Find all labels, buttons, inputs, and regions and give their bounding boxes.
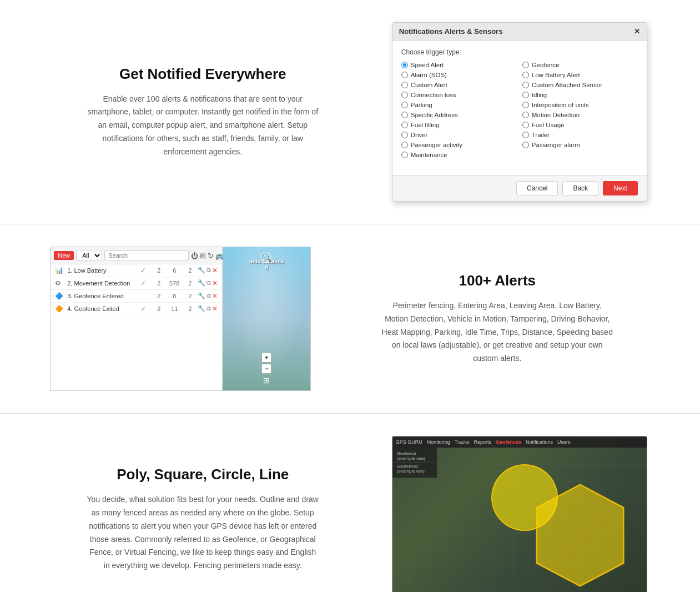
trigger-speed-alert[interactable]: Speed Alert — [401, 62, 517, 68]
delete-icon-movement[interactable]: ✕ — [212, 279, 218, 287]
geofence-description: You decide, what solution fits best for … — [86, 493, 319, 573]
copy-icon-battery[interactable]: ⧉ — [207, 267, 211, 274]
trigger-connection-loss[interactable]: Connection loss — [401, 92, 517, 98]
trigger-passenger-activity-label: Passenger activity — [411, 142, 462, 148]
trigger-alarm[interactable]: Alarm (SOS) — [401, 72, 517, 78]
copy-icon-geofence-exit[interactable]: ⧉ — [207, 305, 211, 313]
mini-map: 🔍 anta Catalinad + − ⊞ — [223, 247, 310, 390]
trigger-specific-address[interactable]: Specific Address — [401, 112, 517, 118]
radio-custom-sensor[interactable] — [522, 82, 529, 88]
alert-num-battery-1: 2 — [151, 267, 167, 274]
geo-map-toolbar: GPS GURU Monitoring Tracks Reports Geofe… — [392, 437, 647, 448]
radio-motion-detection[interactable] — [522, 112, 529, 118]
dialog-close-icon[interactable]: ✕ — [634, 27, 640, 36]
trigger-maintenance[interactable]: Maintenance — [401, 152, 517, 158]
radio-alarm[interactable] — [401, 72, 408, 78]
alert-row[interactable]: 📊 1. Low Battery ✓ 2 6 2 🔧 ⧉ ✕ — [51, 264, 222, 277]
geo-toolbar-users[interactable]: Users — [557, 439, 571, 445]
radio-low-battery[interactable] — [522, 72, 529, 78]
trigger-low-battery[interactable]: Low Battery Alert — [522, 72, 638, 78]
alert-num-geofence-exit-1: 2 — [151, 305, 167, 312]
radio-speed-alert[interactable] — [401, 62, 408, 68]
trigger-fuel-usage[interactable]: Fuel Usage — [522, 122, 638, 128]
alerts-toolbar: New All ⏻ ⊞ ↻ 🚌 🔧 ⧉ ✕ — [51, 247, 222, 264]
delete-icon-battery[interactable]: ✕ — [212, 267, 218, 274]
trigger-passenger-alarm[interactable]: Passenger alarm — [522, 142, 638, 148]
alerts-list: New All ⏻ ⊞ ↻ 🚌 🔧 ⧉ ✕ — [51, 247, 223, 390]
alert-num-movement-1: 2 — [151, 280, 167, 287]
geo-sidebar: Geofence (example one) Geofence2 (exampl… — [392, 448, 437, 478]
radio-idling[interactable] — [522, 92, 529, 98]
geo-sidebar-item-1[interactable]: Geofence (example one) — [395, 450, 435, 463]
notifications-description: Enable over 100 alerts & notifications t… — [86, 93, 319, 159]
radio-connection-loss[interactable] — [401, 92, 408, 98]
delete-icon-geofence-enter[interactable]: ✕ — [212, 292, 218, 300]
dialog-titlebar: Notifications Alerts & Sensors ✕ — [392, 23, 647, 41]
alert-num-geofence-enter-2: 8 — [167, 293, 182, 299]
cancel-button[interactable]: Cancel — [516, 181, 558, 195]
trigger-fuel-filling[interactable]: Fuel filling — [401, 122, 517, 128]
alert-icon-geofence-exit: 🔶 — [55, 305, 65, 313]
radio-trailer[interactable] — [522, 132, 529, 138]
delete-icon-geofence-exit[interactable]: ✕ — [212, 305, 218, 313]
edit-icon-battery[interactable]: 🔧 — [198, 267, 205, 274]
trigger-parking[interactable]: Parking — [401, 102, 517, 108]
trigger-interposition[interactable]: Interposition of units — [522, 102, 638, 108]
edit-icon-geofence-enter[interactable]: 🔧 — [198, 292, 205, 300]
trigger-label: Choose trigger type: — [401, 48, 638, 56]
alert-row[interactable]: 🔶 4. Geofence Exited ✓ 2 11 2 🔧 ⧉ ✕ — [51, 303, 222, 315]
radio-fuel-usage[interactable] — [522, 122, 529, 128]
new-alert-button[interactable]: New — [54, 251, 74, 260]
search-input[interactable] — [104, 250, 189, 260]
radio-custom-alert[interactable] — [401, 82, 408, 88]
copy-icon-movement[interactable]: ⧉ — [207, 279, 211, 287]
map-layers-icon[interactable]: ⊞ — [263, 376, 270, 385]
copy-icon-geofence-enter[interactable]: ⧉ — [207, 292, 211, 300]
map-search-icon[interactable]: 🔍 — [260, 252, 273, 264]
radio-specific-address[interactable] — [401, 112, 408, 118]
trigger-motion-detection[interactable]: Motion Detection — [522, 112, 638, 118]
alert-num-battery-3: 2 — [182, 267, 198, 274]
edit-icon-geofence-exit[interactable]: 🔧 — [198, 305, 205, 313]
radio-maintenance[interactable] — [401, 152, 408, 158]
trigger-geofence-label: Geofence — [532, 62, 560, 68]
filter-select[interactable]: All — [76, 250, 102, 261]
trigger-idling[interactable]: Idling — [522, 92, 638, 98]
geo-sidebar-item-2[interactable]: Geofence2 (example two) — [395, 463, 435, 475]
trigger-geofence[interactable]: Geofence — [522, 62, 638, 68]
edit-icon-movement[interactable]: 🔧 — [198, 279, 205, 287]
zoom-in-button[interactable]: + — [261, 353, 271, 363]
radio-interposition[interactable] — [522, 102, 529, 108]
alert-row[interactable]: ⚙ 2. Movement Detection ✓ 2 578 2 🔧 ⧉ ✕ — [51, 277, 222, 290]
trigger-passenger-activity[interactable]: Passenger activity — [401, 142, 517, 148]
grid-icon[interactable]: ⊞ — [200, 252, 206, 260]
trigger-trailer[interactable]: Trailer — [522, 132, 638, 138]
radio-geofence[interactable] — [522, 62, 529, 68]
radio-driver[interactable] — [401, 132, 408, 138]
next-button[interactable]: Next — [603, 181, 638, 195]
back-button[interactable]: Back — [562, 181, 598, 195]
geo-toolbar-tracks[interactable]: Tracks — [455, 439, 470, 445]
radio-parking[interactable] — [401, 102, 408, 108]
geo-toolbar-monitoring[interactable]: Monitoring — [427, 439, 450, 445]
trigger-driver[interactable]: Driver — [401, 132, 517, 138]
geo-toolbar-geofences[interactable]: Geofences — [496, 439, 521, 445]
zoom-out-button[interactable]: − — [261, 364, 271, 374]
refresh-icon[interactable]: ↻ — [208, 252, 214, 260]
alert-row[interactable]: 🔷 3. Geofence Entered 2 8 2 🔧 ⧉ ✕ — [51, 290, 222, 303]
trigger-custom-alert[interactable]: Custom Alert — [401, 82, 517, 88]
trigger-interposition-label: Interposition of units — [532, 102, 589, 108]
geo-toolbar-reports[interactable]: Reports — [474, 439, 491, 445]
alert-actions-battery: 🔧 ⧉ ✕ — [198, 267, 218, 274]
alert-check-battery: ✓ — [135, 267, 151, 274]
alerts-title: 100+ Alerts — [350, 272, 645, 289]
trigger-custom-sensor[interactable]: Custom Attached Sensor — [522, 82, 638, 88]
trigger-empty — [522, 152, 638, 158]
radio-fuel-filling[interactable] — [401, 122, 408, 128]
geo-toolbar-notifications[interactable]: Notifications — [526, 439, 553, 445]
radio-passenger-activity[interactable] — [401, 142, 408, 148]
power-icon[interactable]: ⏻ — [191, 252, 198, 260]
dialog-footer: Cancel Back Next — [392, 175, 647, 201]
radio-passenger-alarm[interactable] — [522, 142, 529, 148]
trigger-alarm-label: Alarm (SOS) — [411, 72, 447, 78]
